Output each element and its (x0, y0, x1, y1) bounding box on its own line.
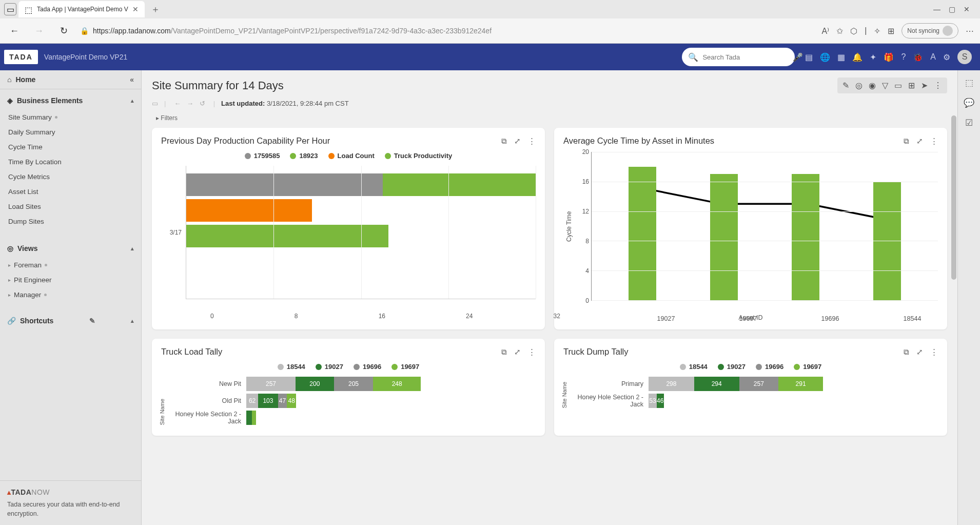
sidebar-item[interactable]: Daily Summary (8, 125, 134, 140)
legend-item[interactable]: 19027 (718, 363, 746, 371)
font-icon[interactable]: A (930, 52, 936, 62)
legend-item[interactable]: Truck Productivity (385, 152, 452, 160)
sidebar-home[interactable]: ⌂ Home « (0, 70, 141, 89)
present-icon[interactable]: ▭ (894, 81, 902, 90)
app-logo[interactable]: TADA (4, 50, 38, 64)
legend-item[interactable]: 19696 (756, 363, 783, 371)
filters-toggle[interactable]: ▸ Filters (152, 112, 947, 128)
sidebar-item[interactable]: ▸Manager (8, 287, 134, 302)
tab-actions-icon[interactable]: ▭ (4, 3, 16, 15)
back-button[interactable]: ← (6, 23, 23, 39)
scrollbar[interactable] (951, 115, 956, 280)
page-actions: ✎ ◎ ◉ ▽ ▭ ⊞ ➤ ⋮ (837, 77, 947, 93)
legend-item[interactable]: 19696 (354, 363, 381, 371)
filter-icon[interactable]: ▽ (882, 81, 888, 90)
url-text: https://app.tadanow.com/VantagePointDemo… (93, 27, 813, 35)
sparkle-icon[interactable]: ✦ (870, 52, 876, 62)
sidebar-item[interactable]: Asset List (8, 184, 134, 199)
sidebar-item[interactable]: Cycle Metrics (8, 169, 134, 184)
toggle-icon[interactable]: ⬚ (965, 77, 973, 88)
section-header-views[interactable]: ◎ Views ▴ (7, 242, 134, 255)
favorites-icon[interactable]: ✧ (874, 26, 880, 36)
check-icon[interactable]: ☑ (965, 118, 973, 128)
expand-icon[interactable]: ⤢ (916, 137, 923, 146)
sidebar-item[interactable]: ▸Pit Engineer (8, 273, 134, 287)
nav-bar: ← → ↻ 🔒 https://app.tadanow.com/VantageP… (0, 18, 980, 43)
refresh-button[interactable]: ↻ (55, 23, 72, 39)
legend-item[interactable]: Load Count (328, 152, 375, 160)
view-toggle-icon[interactable]: ▭ (152, 100, 158, 107)
grid-icon[interactable]: ▦ (837, 52, 845, 62)
collections-icon[interactable]: ⊞ (888, 26, 894, 36)
browser-tab[interactable]: ⬚ Tada App | VantagePoint Demo V ✕ (18, 1, 145, 17)
search-box[interactable]: 🔍 🎤 (682, 48, 795, 66)
chat-icon[interactable]: 💬 (964, 98, 974, 108)
forward-button[interactable]: → (31, 23, 47, 39)
legend-item[interactable]: 18923 (290, 152, 318, 160)
legend-item[interactable]: 19027 (316, 363, 343, 371)
copy-icon[interactable]: ⧉ (904, 137, 909, 146)
sync-badge[interactable]: Not syncing (901, 23, 958, 38)
more-icon[interactable]: ⋮ (930, 137, 938, 146)
card-title: Truck Load Tally (161, 347, 501, 357)
copy-icon[interactable]: ⧉ (904, 347, 909, 357)
send-icon[interactable]: ➤ (921, 81, 928, 90)
sidebar-item[interactable]: Load Sites (8, 199, 134, 214)
card-icon[interactable]: ▤ (805, 52, 813, 62)
layout-icon[interactable]: ⊞ (908, 81, 915, 90)
legend-item[interactable]: 1759585 (245, 152, 280, 160)
user-avatar[interactable]: S (957, 50, 972, 64)
collapse-sidebar-icon[interactable]: « (130, 75, 134, 84)
content-area: Site Summary for 14 Days ✎ ◎ ◉ ▽ ▭ ⊞ ➤ ⋮… (142, 70, 957, 525)
extension-icon[interactable]: ⬡ (850, 26, 857, 36)
more-icon[interactable]: ⋯ (966, 26, 974, 36)
minimize-icon[interactable]: — (933, 5, 940, 13)
bell-icon[interactable]: 🔔 (852, 52, 863, 62)
legend-item[interactable]: 19697 (794, 363, 821, 371)
gift-icon[interactable]: 🎁 (884, 52, 894, 62)
compass-icon[interactable]: ◎ (855, 81, 863, 90)
expand-icon[interactable]: ⤢ (514, 347, 521, 357)
close-window-icon[interactable]: ✕ (964, 5, 970, 13)
sidebar-item[interactable]: Time By Location (8, 154, 134, 169)
legend-item[interactable]: 18544 (278, 363, 305, 371)
section-header-shortcuts[interactable]: 🔗 Shortcuts ✎ ▴ (7, 316, 134, 326)
legend-item[interactable]: 18544 (680, 363, 708, 371)
maximize-icon[interactable]: ▢ (949, 5, 955, 13)
gear-icon[interactable]: ⚙ (943, 52, 950, 62)
new-tab-button[interactable]: ＋ (147, 3, 164, 15)
history-icon[interactable]: ↺ (198, 100, 207, 107)
star-icon[interactable]: ✩ (836, 26, 843, 36)
section-header-business[interactable]: ◈ Business Elements ▴ (7, 94, 134, 107)
sidebar-item[interactable]: Cycle Time (8, 140, 134, 154)
copy-icon[interactable]: ⧉ (501, 137, 507, 146)
help-icon[interactable]: ? (901, 52, 906, 62)
edit-shortcuts-icon[interactable]: ✎ (89, 317, 95, 325)
main-layout: ⌂ Home « ◈ Business Elements ▴ Site Summ… (0, 70, 980, 525)
more-icon[interactable]: ⋮ (528, 137, 536, 146)
legend-item[interactable]: 19697 (391, 363, 419, 371)
sidebar-item[interactable]: Dump Sites (8, 214, 134, 229)
pin-icon[interactable]: ◉ (869, 81, 876, 90)
edit-icon[interactable]: ✎ (842, 81, 849, 90)
expand-icon[interactable]: ⤢ (916, 347, 923, 357)
stack-row: Honey Hole Section 2 - Jack (161, 411, 536, 425)
copy-icon[interactable]: ⧉ (501, 347, 507, 357)
views-icon: ◎ (7, 244, 13, 252)
search-input[interactable] (702, 53, 789, 61)
business-icon: ◈ (7, 96, 13, 105)
stack-row: Old Pit621034748 (161, 394, 536, 408)
close-tab-icon[interactable]: ✕ (132, 5, 139, 13)
back-icon[interactable]: ← (172, 100, 183, 107)
more-icon[interactable]: ⋮ (528, 347, 536, 357)
more-icon[interactable]: ⋮ (930, 347, 938, 357)
globe-icon[interactable]: 🌐 (820, 52, 830, 62)
expand-icon[interactable]: ⤢ (514, 137, 521, 146)
read-aloud-icon[interactable]: A⁾ (821, 26, 829, 36)
bug-icon[interactable]: 🐞 (913, 52, 923, 62)
sidebar-item[interactable]: ▸Foreman (8, 258, 134, 273)
address-bar[interactable]: 🔒 https://app.tadanow.com/VantagePointDe… (80, 27, 813, 35)
sidebar-item[interactable]: Site Summary (8, 110, 134, 125)
forward-icon[interactable]: → (185, 100, 195, 107)
more-icon[interactable]: ⋮ (934, 81, 942, 90)
